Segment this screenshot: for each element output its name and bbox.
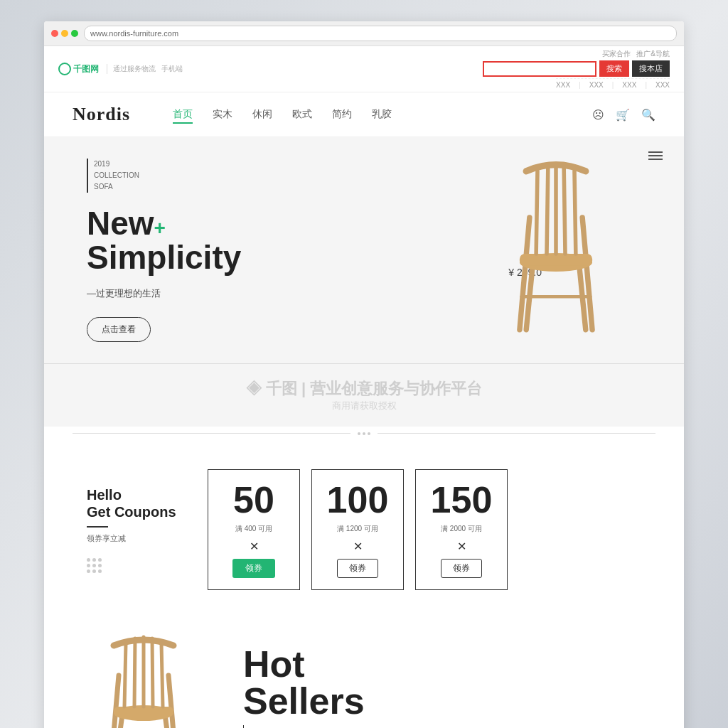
coupon-cards-container: 50 满 400 可用 ✕ 领券 100 满 1200 可用 ✕ 领券 150 … xyxy=(208,469,641,590)
phone-text: 手机端 xyxy=(161,64,183,74)
maximize-window-btn[interactable] xyxy=(71,30,78,37)
coupon-amount-100: 100 xyxy=(327,481,389,518)
platform-top-nav: XXX | XXX | XXX | XXX xyxy=(556,78,670,89)
svg-line-18 xyxy=(124,643,126,707)
top-nav-cart[interactable]: XXX xyxy=(589,81,604,89)
browser-window: 千图网 通过服务物流 手机端 买家合作 推广&导航 搜索 搜本店 XXX | X… xyxy=(44,21,684,728)
nav-link-simple[interactable]: 简约 xyxy=(332,108,352,121)
user-icon[interactable]: ☹ xyxy=(592,108,604,122)
platform-header: 千图网 通过服务物流 手机端 买家合作 推广&导航 搜索 搜本店 XXX | X… xyxy=(44,46,684,92)
watermark-logo: ◈ 千图 | 营业创意服务与协作平台 xyxy=(73,378,655,400)
top-nav-fav[interactable]: XXX xyxy=(622,81,636,89)
search-icon[interactable]: 🔍 xyxy=(641,108,655,122)
nav-icon-group: ☹ 🛒 🔍 xyxy=(592,108,655,122)
coupon-amount-50: 50 xyxy=(233,481,274,518)
browser-toolbar xyxy=(44,21,684,46)
hot-sellers-title-area: Hot Sellers 01 xyxy=(243,646,641,728)
svg-line-22 xyxy=(161,643,163,707)
grid-dot xyxy=(98,564,102,567)
platform-local-search-button[interactable]: 搜本店 xyxy=(632,60,670,77)
grid-dot xyxy=(87,558,90,562)
coupon-condition-100: 满 1200 可用 xyxy=(337,524,378,534)
coupon-condition-50: 满 400 可用 xyxy=(235,524,272,534)
coupon-get-btn-50[interactable]: 领券 xyxy=(232,559,275,578)
cart-icon[interactable]: 🛒 xyxy=(616,108,630,122)
partner-link[interactable]: 买家合作 xyxy=(602,49,631,59)
coupon-card-150: 150 满 2000 可用 ✕ 领券 xyxy=(415,469,508,590)
platform-logo-area: 千图网 通过服务物流 手机端 xyxy=(58,62,183,76)
divider-dots xyxy=(350,432,378,435)
watermark-area: ◈ 千图 | 营业创意服务与协作平台 商用请获取授权 xyxy=(44,363,684,427)
hot-sellers-section: Hot Sellers 01 xyxy=(44,619,684,728)
hamburger-line-2 xyxy=(648,155,663,156)
coupon-card-100: 100 满 1200 可用 ✕ 领券 xyxy=(311,469,404,590)
hero-banner: 2019 COLLECTION SOFA New+ Simplicity —过更… xyxy=(44,137,684,363)
chair-svg xyxy=(485,151,627,336)
coupon-x-100: ✕ xyxy=(353,540,363,553)
coupon-condition-150: 满 2000 可用 xyxy=(441,524,482,534)
minimize-window-btn[interactable] xyxy=(61,30,68,37)
hot-sellers-line1: Hot xyxy=(243,646,641,682)
header-search-bar: 搜索 搜本店 xyxy=(483,60,670,77)
hamburger-line-1 xyxy=(648,151,663,153)
coupons-section: HelloGet Coupons 领券享立减 50 满 400 可用 ✕ xyxy=(44,441,684,619)
platform-header-right: 买家合作 推广&导航 搜索 搜本店 XXX | XXX | XXX | XXX xyxy=(483,49,670,89)
platform-logo: 千图网 xyxy=(58,62,101,76)
close-window-btn[interactable] xyxy=(51,30,58,37)
grid-dot xyxy=(87,569,90,573)
section-divider xyxy=(73,432,655,435)
svg-line-7 xyxy=(547,166,548,254)
svg-line-13 xyxy=(168,675,176,728)
promo-link[interactable]: 推广&导航 xyxy=(636,49,670,59)
coupon-get-btn-100[interactable]: 领券 xyxy=(337,559,378,578)
page-divider-line xyxy=(243,725,244,728)
coupons-subtitle: 领券享立减 xyxy=(87,533,186,544)
hot-sellers-line2: Sellers xyxy=(243,682,641,719)
svg-line-9 xyxy=(564,166,565,254)
coupon-x-50: ✕ xyxy=(250,540,259,553)
nav-link-latex[interactable]: 乳胶 xyxy=(372,108,392,121)
service-text: 通过服务物流 xyxy=(107,64,156,74)
grid-dot xyxy=(92,564,96,567)
hamburger-menu[interactable] xyxy=(648,151,663,160)
grid-dot xyxy=(87,564,90,567)
svg-line-10 xyxy=(574,171,576,254)
main-navigation: Nordis 首页 实木 休闲 欧式 简约 乳胶 ☹ 🛒 🔍 xyxy=(44,92,684,137)
coupon-amount-150: 150 xyxy=(431,481,493,518)
divider-dot-3 xyxy=(368,432,370,435)
nav-links: 首页 实木 休闲 欧式 简约 乳胶 xyxy=(173,108,592,121)
grid-dot xyxy=(98,569,102,573)
divider-line-left xyxy=(73,433,350,434)
hot-sellers-title: Hot Sellers xyxy=(243,646,641,719)
coupons-title-divider xyxy=(87,526,108,528)
coupon-get-btn-150[interactable]: 领券 xyxy=(441,559,482,578)
top-nav-brand[interactable]: XXX xyxy=(556,81,570,89)
coupons-hello-text: HelloGet Coupons xyxy=(87,486,186,520)
svg-line-21 xyxy=(152,638,153,707)
nav-link-home[interactable]: 首页 xyxy=(173,108,193,121)
divider-line-right xyxy=(378,433,655,434)
hero-cta-button[interactable]: 点击查看 xyxy=(87,317,151,342)
divider-dot-1 xyxy=(358,432,360,435)
hot-chair-svg xyxy=(87,633,200,728)
hot-sellers-chair-image xyxy=(87,633,200,728)
coupon-card-50: 50 满 400 可用 ✕ 领券 xyxy=(208,469,300,590)
platform-search-input[interactable] xyxy=(483,61,596,77)
nav-link-european[interactable]: 欧式 xyxy=(292,108,312,121)
logo-circle-icon xyxy=(58,63,71,75)
watermark-subtitle: 商用请获取授权 xyxy=(73,400,655,412)
hamburger-line-3 xyxy=(648,159,663,160)
nav-link-solid-wood[interactable]: 实木 xyxy=(213,108,232,121)
window-controls xyxy=(51,30,78,37)
nav-link-leisure[interactable]: 休闲 xyxy=(252,108,272,121)
top-nav-mobile[interactable]: XXX xyxy=(655,81,670,89)
svg-line-6 xyxy=(536,171,537,254)
url-bar[interactable] xyxy=(84,26,677,41)
grid-dot xyxy=(98,558,102,562)
coupon-x-150: ✕ xyxy=(457,540,466,553)
platform-search-button[interactable]: 搜索 xyxy=(599,60,629,77)
grid-dot xyxy=(92,558,96,562)
hero-chair-image xyxy=(485,151,627,336)
coupons-title-area: HelloGet Coupons 领券享立减 xyxy=(87,486,186,573)
coupons-grid-icon xyxy=(87,558,186,573)
